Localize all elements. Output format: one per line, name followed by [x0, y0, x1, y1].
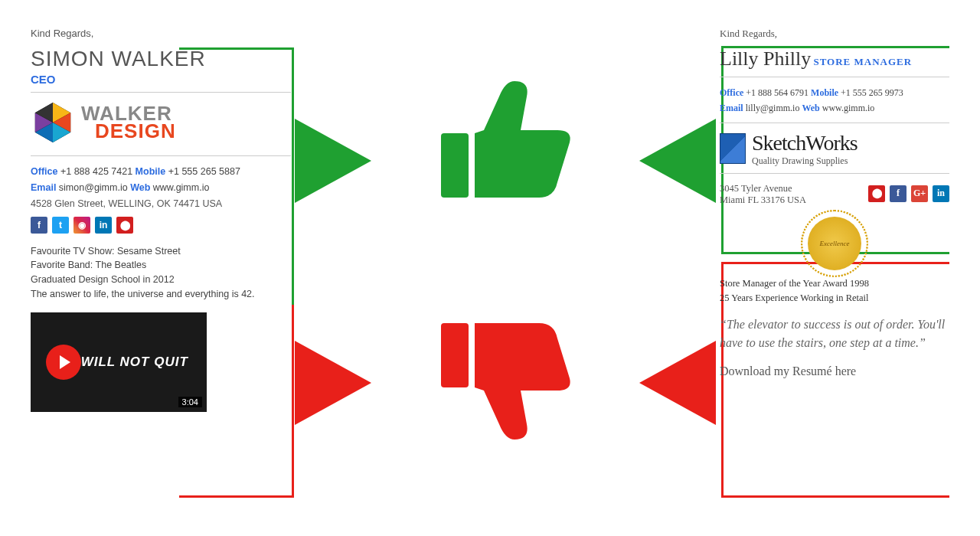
social-row: ⬤ f G+ in [868, 185, 949, 202]
award-line: Store Manager of the Year Award 1998 [720, 276, 949, 291]
address: 3045 Tyler Avenue Miami FL 33176 USA [720, 183, 806, 206]
linkedin-icon[interactable]: in [933, 185, 949, 202]
divider [720, 123, 949, 123]
mobile-phone: +1 555 265 9973 [841, 87, 903, 98]
mobile-label: Mobile [811, 87, 838, 98]
seal-text: Excellence [820, 240, 850, 247]
address-line: 3045 Tyler Avenue [720, 183, 806, 194]
location-icon[interactable]: ⬤ [868, 185, 885, 202]
bracket-good-left [179, 47, 294, 305]
facebook-icon[interactable]: f [31, 217, 47, 234]
company-logo: SketchWorks Quality Drawing Supplies [720, 131, 949, 167]
cube-icon [720, 133, 746, 164]
play-icon[interactable] [46, 345, 81, 380]
facebook-icon[interactable]: f [890, 185, 906, 202]
company-name: SketchWorks [752, 131, 858, 155]
divider [720, 77, 949, 77]
thumbs-up-icon [429, 69, 582, 222]
office-phone: +1 888 564 6791 [746, 87, 808, 98]
greeting: Kind Regards, [31, 28, 291, 39]
greeting: Kind Regards, [720, 28, 949, 40]
address-line: Miami FL 33176 USA [720, 194, 806, 206]
hex-logo-icon [31, 100, 75, 145]
location-icon[interactable]: ⬤ [116, 217, 133, 234]
download-resume-link[interactable]: Download my Resumé here [720, 364, 949, 378]
company-tagline: Quality Drawing Supplies [752, 155, 858, 167]
office-phone: +1 888 425 7421 [60, 166, 132, 177]
contact-info: Office +1 888 564 6791 Mobile +1 555 265… [720, 85, 949, 116]
divider [720, 173, 949, 174]
email-value: lilly@gimm.io [746, 103, 800, 113]
thumbs-down-icon [429, 299, 582, 452]
web-label: Web [130, 182, 150, 193]
name-row: Lilly Philly STORE MANAGER [720, 47, 949, 70]
award-text: Store Manager of the Year Award 1998 25 … [720, 276, 949, 306]
company-line2: DESIGN [95, 119, 176, 142]
job-title: STORE MANAGER [813, 56, 912, 67]
twitter-icon[interactable]: t [52, 217, 69, 234]
bracket-bad-left [179, 305, 294, 498]
mobile-label: Mobile [136, 166, 166, 177]
web-value: www.gimm.io [822, 103, 875, 113]
email-value: simon@gimm.io [59, 182, 128, 193]
signature-right: Kind Regards, Lilly Philly STORE MANAGER… [720, 28, 949, 378]
center-graphics [306, 38, 704, 498]
person-name: Lilly Philly [720, 47, 811, 70]
googleplus-icon[interactable]: G+ [911, 185, 928, 202]
video-title: I WILL NOT QUIT [72, 355, 188, 370]
award-line: 25 Years Experience Working in Retail [720, 291, 949, 306]
email-label: Email [720, 103, 743, 113]
linkedin-icon[interactable]: in [95, 217, 112, 234]
svg-rect-8 [441, 323, 469, 387]
web-label: Web [802, 103, 819, 113]
svg-rect-7 [441, 133, 469, 198]
award-seal-icon: Excellence [808, 217, 861, 270]
company-name: WALKER DESIGN [81, 105, 176, 141]
instagram-icon[interactable]: ◉ [74, 217, 90, 234]
email-label: Email [31, 182, 56, 193]
office-label: Office [720, 87, 743, 98]
office-label: Office [31, 166, 57, 177]
quote-text: “The elevator to success is out of order… [720, 315, 949, 352]
